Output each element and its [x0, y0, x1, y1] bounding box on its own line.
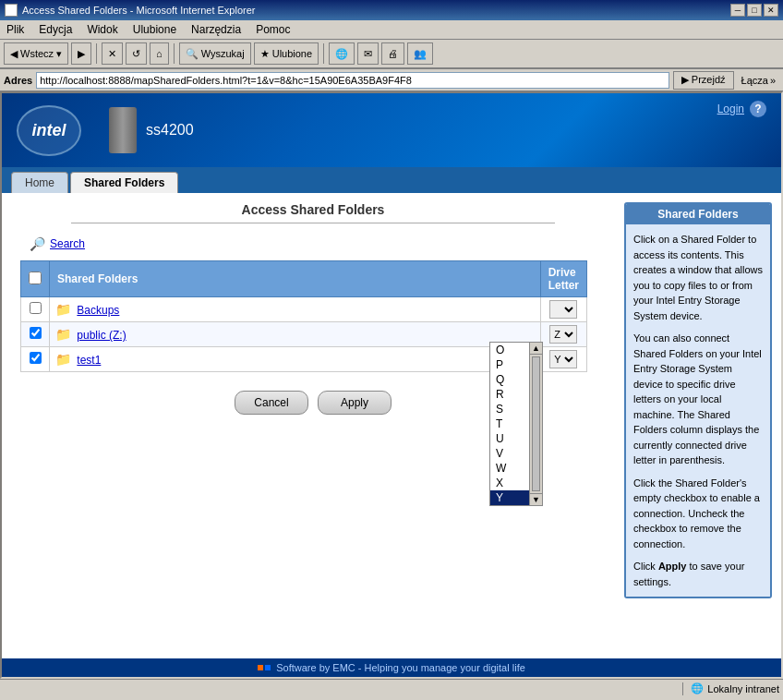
- col-drive-label2: Letter: [548, 279, 579, 292]
- sidebar-panel: Shared Folders Click on a Shared Folder …: [624, 202, 772, 598]
- dropdown-item-Q[interactable]: Q: [490, 372, 529, 387]
- apply-button[interactable]: Apply: [318, 391, 392, 415]
- row-folder-cell: 📁 test1: [50, 347, 541, 372]
- toolbar-separator2: [174, 43, 175, 64]
- menu-plik[interactable]: Plik: [4, 22, 27, 37]
- links-chevron-icon: »: [770, 75, 776, 86]
- login-link[interactable]: Login: [717, 103, 744, 115]
- dropdown-item-S[interactable]: S: [490, 402, 529, 416]
- sidebar-para-4: Click Apply to save your settings.: [633, 559, 763, 589]
- drive-dropdown-overlay[interactable]: O P Q R S T U V W X Y: [489, 342, 543, 506]
- search-label: Wyszukaj: [201, 48, 245, 59]
- dropdown-item-R[interactable]: R: [490, 387, 529, 402]
- restore-button[interactable]: □: [747, 4, 762, 17]
- minimize-button[interactable]: ─: [730, 4, 745, 17]
- forward-button[interactable]: ▶: [71, 42, 91, 65]
- intel-logo: intel: [17, 105, 81, 156]
- footer-icons: [258, 665, 271, 670]
- media-button[interactable]: 🌐: [329, 42, 355, 65]
- dropdown-item-O[interactable]: O: [490, 343, 529, 357]
- dropdown-item-U[interactable]: U: [490, 431, 529, 446]
- folder-link-backups[interactable]: Backups: [77, 304, 119, 317]
- close-button[interactable]: ✕: [764, 4, 778, 17]
- table-row: 📁 Backups: [21, 297, 587, 322]
- search-row: 🔎 Search: [30, 236, 85, 251]
- folder-link-test1[interactable]: test1: [77, 354, 101, 367]
- menu-edycja[interactable]: Edycja: [36, 22, 75, 37]
- row-drive-cell: Y: [540, 347, 586, 372]
- title-divider: [71, 223, 554, 223]
- dropdown-item-Y[interactable]: Y: [490, 490, 529, 505]
- sidebar-para-3: Click the Shared Folder's empty checkbox…: [633, 476, 763, 552]
- row-drive-cell: [540, 297, 586, 322]
- window-title: Access Shared Folders - Microsoft Intern…: [22, 5, 255, 16]
- footer-text: Software by EMC - Helping you manage you…: [276, 662, 525, 673]
- status-separator: [682, 682, 683, 695]
- col-header-folders: Shared Folders: [50, 261, 541, 297]
- title-bar: e Access Shared Folders - Microsoft Inte…: [0, 0, 783, 20]
- back-dropdown-icon: ▾: [56, 48, 62, 60]
- go-arrow-icon: ▶: [681, 74, 689, 85]
- print-icon: 🖨: [388, 48, 398, 59]
- go-button[interactable]: ▶ Przejdź: [673, 71, 734, 90]
- stop-icon: ✕: [108, 48, 116, 60]
- back-label: Wstecz: [20, 48, 54, 59]
- drive-select-public[interactable]: Z: [549, 325, 577, 344]
- dropdown-item-T[interactable]: T: [490, 416, 529, 431]
- table-wrapper: Shared Folders Drive Letter: [20, 260, 606, 372]
- tab-shared-folders[interactable]: Shared Folders: [70, 172, 178, 193]
- star-icon: ★: [260, 48, 270, 60]
- folder-link-public[interactable]: public (Z:): [77, 329, 126, 342]
- address-label: Adres: [4, 75, 32, 86]
- select-all-checkbox[interactable]: [29, 272, 42, 284]
- address-input[interactable]: [36, 72, 669, 89]
- drive-select-backups[interactable]: [549, 300, 577, 319]
- content-left: Access Shared Folders 🔎 Search Shared Fo…: [11, 202, 615, 649]
- home-button[interactable]: ⌂: [150, 42, 169, 65]
- back-button[interactable]: ◀ Wstecz ▾: [4, 42, 68, 65]
- row-checkbox-backups[interactable]: [30, 302, 42, 314]
- search-button[interactable]: 🔍 Wyszukaj: [179, 42, 251, 65]
- favorites-button[interactable]: ★ Ulubione: [254, 42, 319, 65]
- mail-button[interactable]: ✉: [357, 42, 379, 65]
- row-drive-cell: Z: [540, 322, 586, 347]
- apply-bold: Apply: [658, 561, 687, 572]
- dropdown-scrollbar[interactable]: ▲ ▼: [529, 343, 542, 505]
- search-icon: 🔍: [186, 48, 199, 60]
- col-drive-label1: Drive: [548, 266, 576, 279]
- menu-widok[interactable]: Widok: [84, 22, 120, 37]
- links-button[interactable]: Łącza »: [738, 74, 779, 87]
- menu-ulubione[interactable]: Ulubione: [130, 22, 179, 37]
- dropdown-item-V[interactable]: V: [490, 446, 529, 461]
- favorites-label: Ulubione: [272, 48, 312, 59]
- users-button[interactable]: 👥: [407, 42, 433, 65]
- media-icon: 🌐: [335, 48, 348, 60]
- refresh-button[interactable]: ↺: [126, 42, 147, 65]
- go-label: Przejdź: [692, 74, 726, 85]
- stop-button[interactable]: ✕: [102, 42, 123, 65]
- page-footer: Software by EMC - Helping you manage you…: [2, 658, 781, 677]
- title-bar-left: e Access Shared Folders - Microsoft Inte…: [5, 4, 255, 17]
- scroll-up-btn[interactable]: ▲: [530, 343, 542, 355]
- drive-select-test1[interactable]: Y: [549, 350, 577, 368]
- page-frame: intel ss4200 Login ? Home Shared Folders…: [0, 91, 783, 679]
- scroll-down-btn[interactable]: ▼: [530, 493, 542, 505]
- footer-icon-orange: [258, 665, 263, 670]
- row-checkbox-public[interactable]: [30, 327, 42, 339]
- row-checkbox-cell: [21, 347, 50, 372]
- cancel-button[interactable]: Cancel: [235, 391, 308, 415]
- help-button[interactable]: ?: [750, 101, 766, 117]
- menu-narzedzia[interactable]: Narzędzia: [188, 22, 244, 37]
- sidebar-para-1: Click on a Shared Folder to access its c…: [633, 232, 763, 323]
- row-checkbox-cell: [21, 297, 50, 322]
- tab-home[interactable]: Home: [11, 172, 68, 193]
- title-bar-buttons[interactable]: ─ □ ✕: [730, 4, 778, 17]
- nav-tabs: Home Shared Folders: [2, 167, 781, 193]
- dropdown-item-P[interactable]: P: [490, 357, 529, 372]
- menu-pomoc[interactable]: Pomoc: [253, 22, 293, 37]
- search-link[interactable]: Search: [50, 237, 85, 250]
- dropdown-item-X[interactable]: X: [490, 476, 529, 490]
- dropdown-item-W[interactable]: W: [490, 461, 529, 476]
- print-button[interactable]: 🖨: [381, 42, 404, 65]
- row-checkbox-test1[interactable]: [30, 352, 42, 364]
